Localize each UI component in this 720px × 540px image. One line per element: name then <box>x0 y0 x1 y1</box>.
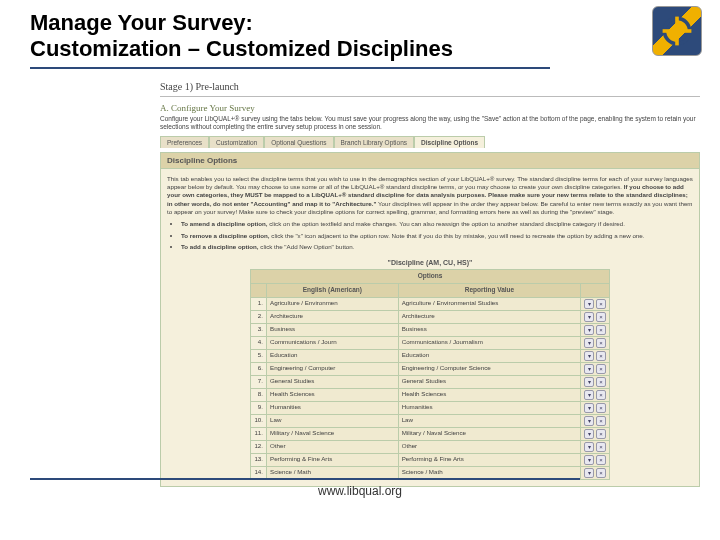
row-actions: ▾ × <box>581 375 610 388</box>
row-num: 1. <box>251 297 267 310</box>
delete-icon[interactable]: × <box>596 325 606 335</box>
table-row: 9.HumanitiesHumanities▾ × <box>251 401 610 414</box>
dropdown-icon[interactable]: ▾ <box>584 338 594 348</box>
discipline-input[interactable]: General Studies <box>267 375 399 388</box>
discipline-input[interactable]: Communications / Journ <box>267 336 399 349</box>
dropdown-icon[interactable]: ▾ <box>584 299 594 309</box>
discipline-input[interactable]: Performing & Fine Arts <box>267 453 399 466</box>
row-actions: ▾ × <box>581 466 610 479</box>
reporting-value[interactable]: Military / Naval Science <box>398 427 581 440</box>
title-line2: Customization – Customized Disciplines <box>30 36 453 61</box>
reporting-value[interactable]: Business <box>398 323 581 336</box>
delete-icon[interactable]: × <box>596 351 606 361</box>
dropdown-icon[interactable]: ▾ <box>584 455 594 465</box>
list-item: To remove a discipline option, click the… <box>181 232 693 240</box>
row-num: 2. <box>251 310 267 323</box>
tab-discipline-options[interactable]: Discipline Options <box>414 136 485 148</box>
reporting-value[interactable]: Agriculture / Environmental Studies <box>398 297 581 310</box>
discipline-input[interactable]: Engineering / Computer <box>267 362 399 375</box>
reporting-value[interactable]: Law <box>398 414 581 427</box>
dropdown-icon[interactable]: ▾ <box>584 351 594 361</box>
row-num: 10. <box>251 414 267 427</box>
table-row: 10.LawLaw▾ × <box>251 414 610 427</box>
reporting-value[interactable]: Humanities <box>398 401 581 414</box>
discipline-input[interactable]: Education <box>267 349 399 362</box>
delete-icon[interactable]: × <box>596 312 606 322</box>
reporting-value[interactable]: General Studies <box>398 375 581 388</box>
delete-icon[interactable]: × <box>596 468 606 478</box>
col-reporting: Reporting Value <box>398 283 581 297</box>
row-actions: ▾ × <box>581 414 610 427</box>
svg-rect-2 <box>663 29 692 33</box>
delete-icon[interactable]: × <box>596 455 606 465</box>
dropdown-icon[interactable]: ▾ <box>584 416 594 426</box>
list-item: To amend a discipline option, click on t… <box>181 220 693 228</box>
col-options: Options <box>251 269 610 283</box>
row-num: 11. <box>251 427 267 440</box>
table-row: 4.Communications / JournCommunications /… <box>251 336 610 349</box>
dropdown-icon[interactable]: ▾ <box>584 390 594 400</box>
discipline-input[interactable]: Other <box>267 440 399 453</box>
table-row: 13.Performing & Fine ArtsPerforming & Fi… <box>251 453 610 466</box>
row-actions: ▾ × <box>581 323 610 336</box>
table-row: 5.EducationEducation▾ × <box>251 349 610 362</box>
stage-heading: Stage 1) Pre-launch <box>160 79 700 97</box>
discipline-input[interactable]: Architecture <box>267 310 399 323</box>
table-row: 2.ArchitectureArchitecture▾ × <box>251 310 610 323</box>
dropdown-icon[interactable]: ▾ <box>584 377 594 387</box>
row-actions: ▾ × <box>581 362 610 375</box>
slide-title: Manage Your Survey: Customization – Cust… <box>30 10 550 69</box>
reporting-value[interactable]: Performing & Fine Arts <box>398 453 581 466</box>
discipline-input[interactable]: Law <box>267 414 399 427</box>
table-caption: "Discipline (AM, CU, HS)" <box>167 258 693 267</box>
table-row: 6.Engineering / ComputerEngineering / Co… <box>251 362 610 375</box>
tab-customization[interactable]: Customization <box>209 136 264 148</box>
reporting-value[interactable]: Engineering / Computer Science <box>398 362 581 375</box>
reporting-value[interactable]: Other <box>398 440 581 453</box>
delete-icon[interactable]: × <box>596 403 606 413</box>
discipline-input[interactable]: Agriculture / Environmen <box>267 297 399 310</box>
discipline-input[interactable]: Business <box>267 323 399 336</box>
row-actions: ▾ × <box>581 440 610 453</box>
discipline-input[interactable]: Health Sciences <box>267 388 399 401</box>
panel-body: This tab enables you to select the disci… <box>160 169 700 487</box>
dropdown-icon[interactable]: ▾ <box>584 442 594 452</box>
dropdown-icon[interactable]: ▾ <box>584 325 594 335</box>
reporting-value[interactable]: Health Sciences <box>398 388 581 401</box>
delete-icon[interactable]: × <box>596 338 606 348</box>
dropdown-icon[interactable]: ▾ <box>584 429 594 439</box>
delete-icon[interactable]: × <box>596 442 606 452</box>
discipline-input[interactable]: Military / Naval Science <box>267 427 399 440</box>
row-num: 7. <box>251 375 267 388</box>
delete-icon[interactable]: × <box>596 377 606 387</box>
delete-icon[interactable]: × <box>596 429 606 439</box>
reporting-value[interactable]: Education <box>398 349 581 362</box>
row-num: 13. <box>251 453 267 466</box>
reporting-value[interactable]: Architecture <box>398 310 581 323</box>
dropdown-icon[interactable]: ▾ <box>584 312 594 322</box>
discipline-table: Options English (American) Reporting Val… <box>250 269 610 480</box>
delete-icon[interactable]: × <box>596 390 606 400</box>
li-label: To remove a discipline option, <box>181 232 270 239</box>
discipline-input[interactable]: Humanities <box>267 401 399 414</box>
table-row: 7.General StudiesGeneral Studies▾ × <box>251 375 610 388</box>
row-num: 12. <box>251 440 267 453</box>
li-text: click the "x" icon adjacent to the optio… <box>270 232 645 239</box>
row-actions: ▾ × <box>581 349 610 362</box>
tab-optional-questions[interactable]: Optional Questions <box>264 136 333 148</box>
dropdown-icon[interactable]: ▾ <box>584 403 594 413</box>
tab-preferences[interactable]: Preferences <box>160 136 209 148</box>
col-num <box>251 283 267 297</box>
tab-branch-library[interactable]: Branch Library Options <box>334 136 414 148</box>
dropdown-icon[interactable]: ▾ <box>584 468 594 478</box>
dropdown-icon[interactable]: ▾ <box>584 364 594 374</box>
delete-icon[interactable]: × <box>596 364 606 374</box>
delete-icon[interactable]: × <box>596 299 606 309</box>
reporting-value[interactable]: Communications / Journalism <box>398 336 581 349</box>
delete-icon[interactable]: × <box>596 416 606 426</box>
li-label: To add a discipline option, <box>181 243 259 250</box>
li-text: click the "Add New Option" button. <box>259 243 355 250</box>
config-tabs: Preferences Customization Optional Quest… <box>160 136 700 148</box>
row-actions: ▾ × <box>581 388 610 401</box>
table-row: 12.OtherOther▾ × <box>251 440 610 453</box>
